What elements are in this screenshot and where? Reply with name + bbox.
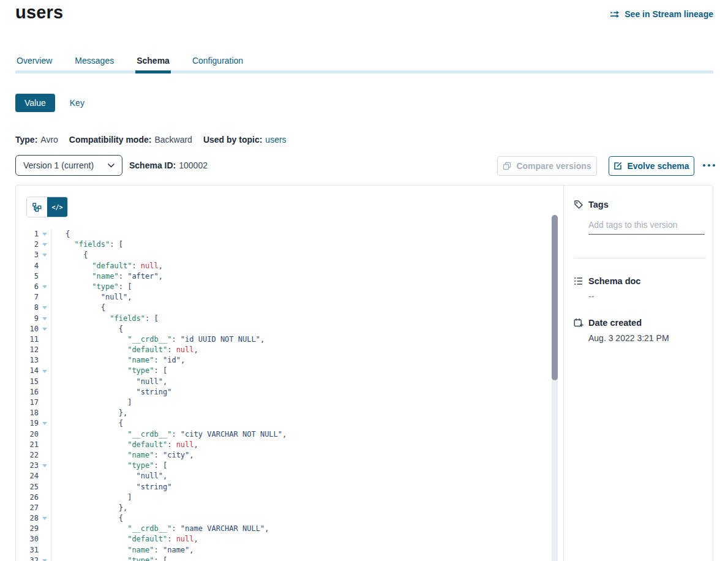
code-text: "string" [51,387,171,397]
code-line: 22 "name": "city", [16,450,552,461]
line-number: 11 [16,334,39,345]
fold-arrow-icon[interactable] [42,243,47,246]
gutter-fold-column [39,397,51,408]
gutter-fold-column [39,492,51,503]
line-number: 5 [16,271,39,282]
schema-id-value: 100002 [179,160,208,170]
key-toggle-button[interactable]: Key [70,98,84,108]
code-line: 17 ] [16,397,552,408]
fold-arrow-icon[interactable] [42,464,47,467]
code-text: "name": "name", [51,545,194,555]
page-title: users [15,2,63,23]
code-text: { [51,250,88,260]
tab-overview[interactable]: Overview [15,55,53,73]
code-text: { [51,418,123,429]
code-line: 30 "default": null, [16,534,552,544]
fold-arrow-icon[interactable] [42,317,47,320]
fold-arrow-icon[interactable] [42,422,47,425]
gutter-fold-column [39,303,51,313]
schema-meta: Type:AvroCompatibility mode:BackwardUsed… [15,135,287,145]
meta-value: Backward [154,135,192,145]
version-select[interactable]: Version 1 (current) [15,155,122,176]
code-text: "name": "city", [51,450,194,461]
line-number: 21 [16,440,39,450]
compare-versions-button[interactable]: Compare versions [497,156,597,176]
code-view-button[interactable]: </> [47,197,67,217]
code-text: { [51,303,105,313]
tab-configuration[interactable]: Configuration [191,55,244,73]
fold-arrow-icon[interactable] [42,517,47,520]
line-number: 2 [16,239,39,250]
more-options-button[interactable] [702,160,716,170]
schema-panel: </> 1{2 "fields": [3 {4 "default": null,… [15,185,713,561]
code-text: "null", [51,471,167,481]
code-line: 8 { [16,303,552,313]
tags-input[interactable] [588,217,705,235]
code-text: }, [51,503,127,513]
gutter-fold-column [39,314,51,324]
gutter-fold-column [39,377,51,387]
line-number: 28 [16,513,39,524]
code-line: 31 "name": "name", [16,545,552,555]
code-line: 14 "type": [ [16,366,552,376]
tags-title: Tags [588,200,609,209]
gutter-fold-column [39,440,51,450]
tab-schema[interactable]: Schema [135,55,171,73]
value-toggle-button[interactable]: Value [15,94,55,112]
gutter-fold-column [39,534,51,544]
gutter-fold-column [39,408,51,418]
line-number: 3 [16,250,39,260]
fold-arrow-icon[interactable] [42,254,47,257]
date-created-header: Date created [574,318,642,328]
sidebar-divider [574,258,706,258]
gutter-fold-column [39,345,51,355]
fold-arrow-icon[interactable] [42,306,47,309]
code-text: { [51,229,70,239]
tag-icon [574,200,584,209]
fold-arrow-icon[interactable] [42,285,47,288]
code-text: "fields": [ [51,314,159,324]
tab-messages[interactable]: Messages [73,55,115,73]
code-view-icon: </> [51,204,62,211]
gutter-fold-column [39,250,51,260]
gutter-fold-column [39,261,51,271]
evolve-schema-button[interactable]: Evolve schema [609,156,694,176]
topic-link[interactable]: users [265,135,286,145]
line-number: 25 [16,482,39,492]
line-number: 29 [16,524,39,534]
line-number: 8 [16,303,39,313]
line-number: 22 [16,450,39,461]
meta-label: Compatibility mode: [69,135,152,145]
code-line: 16 "string" [16,387,552,397]
line-number: 23 [16,461,39,471]
doc-list-icon [574,276,584,286]
stream-lineage-label: See in Stream lineage [625,9,713,19]
tree-view-button[interactable] [27,197,47,217]
code-text: { [51,324,123,334]
code-text: "default": null, [51,345,198,355]
fold-arrow-icon[interactable] [42,370,47,373]
gutter-fold-column [39,471,51,481]
code-text: "__crdb__": "city VARCHAR NOT NULL", [51,429,287,440]
editor-scrollbar-track[interactable] [552,215,558,561]
code-line: 21 "default": null, [16,440,552,450]
code-line: 5 "name": "after", [16,271,552,282]
editor-scrollbar-thumb[interactable] [552,215,558,380]
gutter-fold-column [39,555,51,561]
fold-arrow-icon[interactable] [42,233,47,236]
calendar-icon [574,318,584,328]
line-number: 24 [16,471,39,481]
line-number: 9 [16,314,39,324]
code-text: "default": null, [51,261,163,271]
code-line: 9 "fields": [ [16,314,552,324]
code-line: 28 { [16,513,552,524]
stream-lineage-link[interactable]: See in Stream lineage [610,9,713,19]
view-mode-toggle: </> [26,197,68,217]
gutter-fold-column [39,482,51,492]
code-line: 1{ [16,229,552,239]
compare-icon [503,162,511,170]
code-line: 25 "string" [16,482,552,492]
gutter-fold-column [39,271,51,282]
code-line: 4 "default": null, [16,261,552,271]
fold-arrow-icon[interactable] [42,328,47,331]
